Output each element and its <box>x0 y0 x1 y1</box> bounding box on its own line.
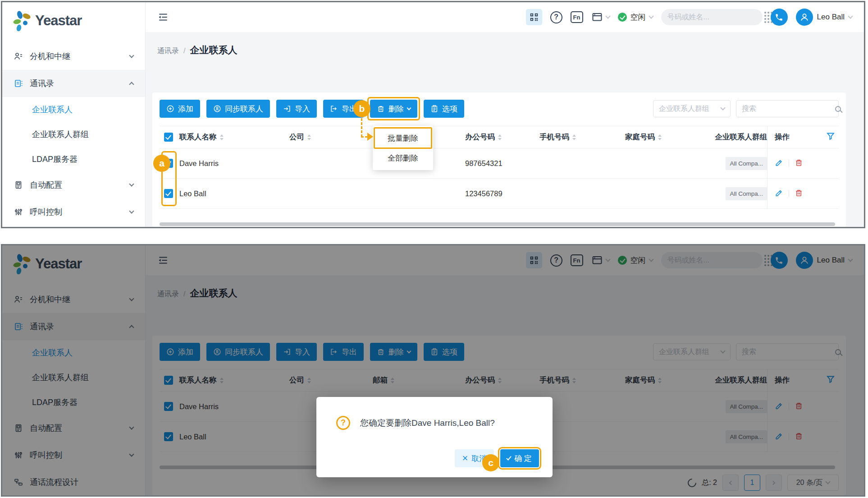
screenshot-step-ab: Yeastar 分机和中继 通讯录 企业联系人 企业联系人群组 LDAP服务器 … <box>1 1 865 228</box>
sort-icon[interactable] <box>220 134 224 140</box>
group-filter-select[interactable]: 企业联系人群组 <box>653 100 731 117</box>
search-icon[interactable] <box>835 106 841 112</box>
confirm-button[interactable]: 确 定 <box>500 449 539 467</box>
person-list-icon <box>14 52 23 61</box>
annotation-arrow-icon <box>367 133 373 141</box>
divider <box>789 160 789 167</box>
sidebar-item-contacts[interactable]: 通讯录 <box>2 70 145 97</box>
fn-keys-icon[interactable]: Fn <box>571 11 583 23</box>
brand-logo: Yeastar <box>2 2 145 31</box>
sidebar-item-label: 自动配置 <box>30 180 62 190</box>
brand-name: Yeastar <box>35 13 82 29</box>
horizontal-scrollbar[interactable] <box>160 222 835 226</box>
page-content: 通讯录 企业联系人 添加 同步联系人 导入 导出 删除 b <box>146 32 864 227</box>
column-header-name[interactable]: 联系人名称 <box>179 126 289 148</box>
window-menu[interactable] <box>591 12 610 23</box>
annotation-connector <box>361 118 362 137</box>
sidebar-item-auto-provisioning[interactable]: 自动配置 <box>2 171 145 198</box>
menu-item-delete-all[interactable]: 全部删除 <box>373 148 433 168</box>
options-button[interactable]: 选项 <box>424 100 464 118</box>
table-row[interactable]: Leo Ball 123456789 All Compa... <box>160 179 839 209</box>
call-button[interactable] <box>771 9 788 26</box>
chevron-down-icon <box>407 106 411 110</box>
column-header-office[interactable]: 办公号码 <box>465 126 539 148</box>
sidebar-item-call-control[interactable]: 呼叫控制 <box>2 198 145 226</box>
annotation-connector <box>361 136 368 138</box>
import-button[interactable]: 导入 <box>276 100 317 118</box>
sidebar-menu: 分机和中继 通讯录 企业联系人 企业联系人群组 LDAP服务器 自动配置 呼叫控… <box>2 43 145 226</box>
screenshot-step-c: Yeastar 分机和中继 通讯录 企业联系人 企业联系人群组 LDAP服务器 … <box>1 244 865 497</box>
help-icon[interactable] <box>550 11 562 23</box>
chevron-up-icon <box>129 82 134 87</box>
delete-row-icon[interactable] <box>795 158 803 169</box>
chevron-down-icon <box>129 53 134 58</box>
breadcrumb-parent[interactable]: 通讯录 <box>157 46 179 56</box>
check-icon <box>506 455 512 460</box>
chevron-down-icon <box>649 14 653 18</box>
delete-row-icon[interactable] <box>795 189 803 199</box>
dial-search-input[interactable] <box>667 13 761 21</box>
chevron-down-icon <box>848 14 853 18</box>
contact-home-number <box>625 148 708 178</box>
column-header-group: 企业联系人群组 <box>708 126 767 148</box>
annotation-marker-a: a <box>153 155 170 172</box>
sort-icon[interactable] <box>658 134 662 140</box>
status-available-icon <box>618 13 627 22</box>
toolbar-filters: 企业联系人群组 <box>653 100 839 117</box>
sidebar-item-ldap-server[interactable]: LDAP服务器 <box>2 147 145 171</box>
chevron-down-icon <box>720 105 725 110</box>
contact-mobile-number <box>539 148 625 178</box>
sidebar-item-extensions-trunks[interactable]: 分机和中继 <box>2 43 145 70</box>
table-search-input[interactable] <box>742 105 835 113</box>
contact-office-number: 123456789 <box>465 179 539 208</box>
group-tag: All Compa... <box>726 187 767 200</box>
status-label: 空闲 <box>630 12 646 23</box>
menu-item-batch-delete[interactable]: 批量删除 <box>373 128 433 148</box>
column-header-mobile[interactable]: 手机号码 <box>539 126 625 148</box>
plus-icon <box>166 105 174 113</box>
annotation-marker-c: c <box>482 454 499 471</box>
divider <box>789 190 789 197</box>
column-header-home[interactable]: 家庭号码 <box>625 126 708 148</box>
import-icon <box>283 105 291 113</box>
select-all-checkbox[interactable] <box>164 133 173 142</box>
sync-person-icon <box>213 105 221 113</box>
sliders-icon <box>14 208 23 217</box>
add-button[interactable]: 添加 <box>160 100 200 118</box>
presence-status[interactable]: 空闲 <box>618 12 653 23</box>
confirm-delete-dialog: 您确定要删除Dave Harris,Leo Ball? 取消 确 定 c <box>316 397 553 477</box>
dial-search <box>661 9 763 25</box>
qr-code-icon[interactable] <box>526 9 542 25</box>
contact-company <box>289 179 373 208</box>
row-checkbox[interactable] <box>164 189 173 198</box>
breadcrumb: 通讯录 企业联系人 <box>146 32 864 56</box>
contact-name: Dave Harris <box>179 148 289 178</box>
breadcrumb-separator <box>183 47 185 55</box>
contact-email <box>373 179 465 208</box>
table-row[interactable]: Dave Harris 987654321 All Compa... <box>160 148 839 179</box>
contact-home-number <box>625 179 708 208</box>
collapse-sidebar-icon[interactable] <box>157 11 169 23</box>
sidebar-item-company-contacts[interactable]: 企业联系人 <box>2 97 145 122</box>
contacts-book-icon <box>14 79 23 88</box>
edit-icon[interactable] <box>775 158 783 169</box>
edit-icon[interactable] <box>775 189 783 199</box>
contacts-card: 添加 同步联系人 导入 导出 删除 b <box>152 92 846 227</box>
sidebar-item-label: LDAP服务器 <box>32 154 78 165</box>
sync-contacts-button[interactable]: 同步联系人 <box>206 100 270 118</box>
filter-icon[interactable] <box>826 132 835 143</box>
user-menu[interactable]: Leo Ball <box>796 9 852 26</box>
delete-dropdown-menu: 批量删除 全部删除 <box>373 126 433 170</box>
sort-icon[interactable] <box>307 134 311 140</box>
annotated-screenshot-pair: Yeastar 分机和中继 通讯录 企业联系人 企业联系人群组 LDAP服务器 … <box>0 0 868 498</box>
device-icon <box>14 180 23 189</box>
yeastar-logo-icon <box>13 10 31 31</box>
sidebar: Yeastar 分机和中继 通讯录 企业联系人 企业联系人群组 LDAP服务器 … <box>2 2 146 227</box>
sidebar-item-contact-groups[interactable]: 企业联系人群组 <box>2 122 145 147</box>
delete-button[interactable]: 删除 b 批量删除 全部删除 <box>370 100 417 118</box>
sort-icon[interactable] <box>498 134 502 140</box>
sort-icon[interactable] <box>572 134 576 140</box>
column-header-company[interactable]: 公司 <box>289 126 373 148</box>
sidebar-item-label: 企业联系人群组 <box>32 129 89 140</box>
sidebar-item-label: 企业联系人 <box>32 104 73 115</box>
